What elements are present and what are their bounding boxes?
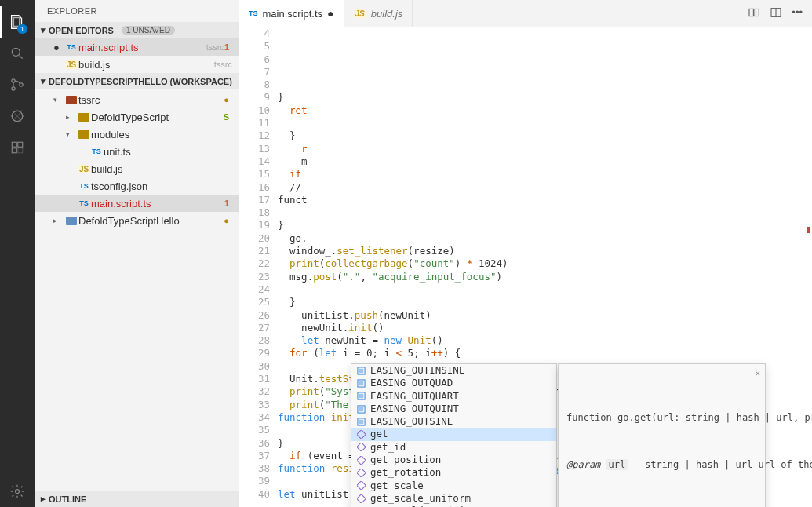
tree-item-tsconfig-json[interactable]: TStsconfig.json — [35, 177, 239, 195]
ts-icon: TS — [249, 9, 258, 17]
open-editors-header[interactable]: ▾ OPEN EDITORS 1 UNSAVED — [35, 22, 239, 38]
ts-icon: TS — [79, 182, 89, 190]
close-icon[interactable]: ✕ — [755, 367, 760, 380]
search-icon[interactable] — [0, 38, 35, 69]
svg-point-3 — [20, 83, 23, 86]
autocomplete-item[interactable]: get_scale_uniform — [351, 492, 556, 505]
sidebar-title: EXPLORER — [35, 0, 239, 22]
chevron-icon: ▾ — [53, 96, 64, 104]
tree-item-unit-ts[interactable]: TSunit.ts — [35, 143, 239, 160]
svg-rect-21 — [359, 407, 363, 411]
autocomplete-item[interactable]: get_position — [351, 454, 556, 466]
tree-item-mark: ● — [224, 95, 232, 104]
svg-rect-7 — [18, 142, 23, 147]
dirty-dot-icon: ● — [53, 42, 64, 53]
method-icon — [356, 494, 366, 503]
chevron-icon: ▾ — [66, 130, 77, 138]
tree-item-label: tssrc — [78, 94, 224, 106]
extensions-icon[interactable] — [0, 132, 35, 163]
folder-icon — [78, 113, 89, 122]
autocomplete-item[interactable]: EASING_OUTQUAD — [351, 377, 556, 389]
svg-point-2 — [12, 87, 15, 90]
autocomplete-item[interactable]: get_rotation — [351, 466, 556, 479]
activity-bar: 1 — [0, 0, 35, 507]
scm-icon[interactable] — [0, 69, 35, 100]
svg-rect-26 — [357, 456, 366, 465]
chevron-right-icon: ▸ — [41, 494, 46, 504]
js-icon: JS — [354, 9, 366, 18]
settings-gear-icon[interactable] — [0, 476, 35, 507]
enum-icon — [356, 366, 366, 375]
tree-item-defoldtypescripthello[interactable]: ▸DefoldTypeScriptHello● — [35, 212, 239, 229]
tree-item-label: unit.ts — [104, 146, 232, 158]
autocomplete-item[interactable]: EASING_OUTQUART — [351, 390, 556, 403]
enum-icon — [356, 392, 366, 401]
folder-icon — [66, 217, 77, 225]
unsaved-badge: 1 UNSAVED — [122, 26, 175, 35]
js-icon: JS — [78, 165, 90, 173]
svg-rect-11 — [749, 9, 753, 16]
tree-item-modules[interactable]: ▾modules — [35, 126, 239, 143]
split-editor-icon[interactable] — [770, 6, 782, 21]
tree-item-label: DefoldTypeScriptHello — [78, 215, 224, 227]
autocomplete-item[interactable]: EASING_OUTQUINT — [351, 403, 556, 415]
method-icon — [356, 481, 366, 491]
folder-icon — [78, 130, 89, 139]
code-content[interactable]: } ret } r m if //funct} go. window_.set_… — [278, 27, 812, 507]
js-icon: JS — [65, 60, 78, 69]
editor-area: TS main.script.ts ● JS build.js ••• 4567… — [239, 0, 812, 507]
tree-item-tssrc[interactable]: ▾tssrc● — [35, 91, 239, 108]
sidebar: EXPLORER ▾ OPEN EDITORS 1 UNSAVED ● TS m… — [35, 0, 239, 507]
chevron-icon: ▸ — [66, 113, 77, 121]
svg-rect-8 — [12, 148, 16, 153]
svg-rect-23 — [359, 420, 363, 425]
tree-item-mark: ● — [224, 216, 232, 225]
method-icon — [356, 443, 366, 452]
svg-rect-24 — [357, 430, 366, 439]
autocomplete-item[interactable]: EASING_OUTINSINE — [351, 364, 556, 377]
ts-icon: TS — [79, 199, 89, 207]
tree-item-label: build.js — [91, 163, 232, 175]
tab-bar: TS main.script.ts ● JS build.js ••• — [239, 0, 812, 27]
tree-item-mark: S — [224, 112, 232, 122]
minimap-error-marker — [807, 227, 810, 233]
open-editor-item[interactable]: JS build.js tssrc — [35, 56, 239, 73]
svg-rect-12 — [755, 9, 759, 16]
autocomplete-popup[interactable]: EASING_OUTINSINEEASING_OUTQUADEASING_OUT… — [351, 363, 557, 507]
explorer-badge: 1 — [17, 24, 27, 34]
tab-main-script[interactable]: TS main.script.ts ● — [239, 0, 344, 27]
tree-item-main-script-ts[interactable]: TSmain.script.ts1 — [35, 195, 239, 212]
tab-build-js[interactable]: JS build.js — [344, 0, 413, 27]
tree-item-label: modules — [91, 129, 232, 140]
autocomplete-item[interactable]: get — [351, 428, 556, 440]
svg-rect-19 — [359, 394, 363, 399]
svg-rect-28 — [357, 481, 366, 490]
editor-actions: ••• — [748, 6, 812, 21]
svg-point-0 — [12, 48, 20, 56]
tree-item-label: main.script.ts — [91, 198, 224, 210]
code-editor[interactable]: 4567891011121314151617181920212223242526… — [239, 27, 812, 507]
workspace-header[interactable]: ▾ DEFOLDTYPESCRIPTHELLO (WORKSPACE) — [35, 73, 239, 89]
debug-icon[interactable] — [0, 100, 35, 132]
svg-rect-25 — [357, 443, 366, 451]
dirty-dot-icon: ● — [327, 7, 333, 20]
open-editors-list: ● TS main.script.ts tssrc 1 JS build.js … — [35, 38, 239, 73]
explorer-icon[interactable]: 1 — [0, 6, 35, 38]
autocomplete-item[interactable]: EASING_OUTSINE — [351, 415, 556, 428]
enum-icon — [356, 404, 366, 414]
autocomplete-item[interactable]: get_id — [351, 441, 556, 454]
file-tree: ▾tssrc●▸DefoldTypeScriptS▾modulesTSunit.… — [35, 89, 239, 491]
tree-item-defoldtypescript[interactable]: ▸DefoldTypeScriptS — [35, 108, 239, 126]
outline-header[interactable]: ▸ OUTLINE — [35, 491, 239, 507]
tree-item-build-js[interactable]: JSbuild.js — [35, 160, 239, 177]
svg-rect-9 — [18, 148, 23, 153]
autocomplete-item[interactable]: get_scale — [351, 480, 556, 492]
split-compare-icon[interactable] — [748, 6, 760, 21]
svg-rect-29 — [357, 494, 366, 503]
ts-icon: TS — [92, 148, 101, 155]
chevron-down-icon: ▾ — [41, 25, 46, 35]
open-editor-item[interactable]: ● TS main.script.ts tssrc 1 — [35, 38, 239, 56]
method-icon — [356, 469, 366, 478]
tree-item-label: tsconfig.json — [91, 181, 232, 192]
more-icon[interactable]: ••• — [792, 6, 803, 21]
